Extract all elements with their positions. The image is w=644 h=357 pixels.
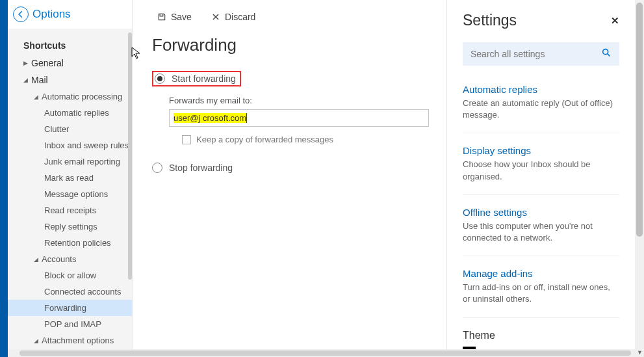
nav-auto-item[interactable]: Automatic replies [8, 105, 132, 121]
setting-addins: Manage add-ins Turn add-ins on or off, i… [463, 268, 619, 317]
setting-desc: Choose how your Inbox should be organise… [463, 159, 619, 182]
save-icon [157, 12, 166, 21]
nav-auto-item[interactable]: Reply settings [8, 218, 132, 235]
mouse-cursor-icon [131, 47, 142, 60]
settings-search-input[interactable] [463, 42, 619, 66]
setting-desc: Turn add-ins on or off, install new ones… [463, 282, 619, 305]
settings-title: Settings [463, 12, 517, 29]
setting-auto-replies: Automatic replies Create an automatic re… [463, 84, 619, 133]
setting-desc: Create an automatic reply (Out of office… [463, 98, 619, 121]
nav-shortcuts[interactable]: Shortcuts [8, 36, 132, 55]
nav-label: Automatic processing [42, 92, 122, 101]
setting-link[interactable]: Manage add-ins [463, 268, 619, 279]
setting-link[interactable]: Offline settings [463, 207, 619, 218]
nav-auto-item[interactable]: Message options [8, 186, 132, 202]
start-forwarding-radio[interactable] [155, 73, 165, 84]
nav-accounts-item[interactable]: Connected accounts [8, 284, 132, 300]
nav-attachment[interactable]: ◢Attachment options [8, 332, 132, 349]
page-title: Forwarding [152, 35, 446, 55]
nav-auto-item[interactable]: Clutter [8, 121, 132, 137]
setting-display: Display settings Choose how your Inbox s… [463, 145, 619, 194]
nav-mail[interactable]: ◢Mail [8, 72, 132, 88]
stop-forwarding-label: Stop forwarding [169, 163, 233, 173]
nav-accounts-item[interactable]: POP and IMAP [8, 316, 132, 332]
scrollbar-thumb[interactable] [19, 350, 631, 356]
caret-down-icon: ◢ [34, 94, 39, 100]
caret-right-icon: ▶ [23, 60, 29, 66]
nav-auto-item[interactable]: Junk email reporting [8, 153, 132, 170]
caret-down-icon: ◢ [34, 337, 39, 344]
settings-search [463, 42, 619, 66]
start-forwarding-label: Start forwarding [172, 73, 236, 84]
caret-down-icon: ◢ [23, 77, 29, 83]
keep-copy-row: Keep a copy of forwarded messages [169, 135, 446, 144]
settings-header: Settings ✕ [463, 12, 619, 29]
settings-panel: Settings ✕ Automatic replies Create an a… [446, 0, 635, 357]
forward-to-input[interactable]: user@j crosoft.com [169, 109, 429, 127]
nav-auto-processing[interactable]: ◢Automatic processing [8, 88, 132, 105]
search-icon[interactable] [601, 47, 612, 60]
stop-forwarding-radio[interactable] [152, 163, 162, 173]
nav-auto-item[interactable]: Inbox and sweep rules [8, 137, 132, 153]
options-sidebar: Options Shortcuts ▶General ◢Mail ◢Automa… [8, 0, 133, 357]
keep-copy-checkbox[interactable] [182, 135, 191, 144]
start-forwarding-row: Start forwarding [152, 71, 241, 86]
nav-auto-item[interactable]: Read receipts [8, 202, 132, 218]
nav-accounts-item[interactable]: Block or allow [8, 267, 132, 284]
theme-heading: Theme [463, 330, 619, 341]
nav-label: Attachment options [42, 336, 114, 345]
options-header: Options [8, 0, 132, 29]
scrollbar-thumb[interactable] [636, 3, 643, 237]
discard-button[interactable]: Discard [211, 12, 255, 22]
nav-auto-item[interactable]: Mark as read [8, 170, 132, 186]
forward-to-label: Forwards my email to: [169, 96, 446, 105]
bottom-scrollbar[interactable] [8, 349, 635, 357]
nav-scroll: Shortcuts ▶General ◢Mail ◢Automatic proc… [8, 29, 132, 357]
svg-point-0 [603, 49, 608, 55]
save-label: Save [171, 12, 192, 22]
forward-to-section: Forwards my email to: user@j crosoft.com… [152, 96, 446, 144]
nav-accounts-item-forwarding[interactable]: Forwarding [8, 300, 132, 316]
nav-label: Accounts [42, 254, 76, 264]
setting-link[interactable]: Automatic replies [463, 84, 619, 95]
forwarding-main: Save Discard Forwarding Start forwarding… [133, 0, 446, 357]
sidebar-scrollbar[interactable] [128, 33, 132, 280]
left-edge-strip [0, 0, 8, 357]
right-scrollbar[interactable]: ▼ [635, 0, 644, 357]
nav-label: Mail [31, 75, 48, 85]
discard-label: Discard [225, 12, 255, 22]
setting-link[interactable]: Display settings [463, 145, 619, 156]
setting-offline: Offline settings Use this computer when … [463, 207, 619, 256]
nav-accounts[interactable]: ◢Accounts [8, 251, 132, 267]
back-arrow-icon[interactable] [13, 7, 29, 22]
nav-auto-item[interactable]: Retention policies [8, 235, 132, 251]
setting-desc: Use this computer when you're not connec… [463, 220, 619, 244]
stop-forwarding-row: Stop forwarding [152, 163, 446, 173]
scroll-down-icon[interactable]: ▼ [637, 349, 643, 356]
keep-copy-label: Keep a copy of forwarded messages [196, 135, 333, 144]
forward-to-value: user@j crosoft.com [174, 113, 247, 123]
nav-label: General [31, 58, 64, 68]
nav-general[interactable]: ▶General [8, 55, 132, 72]
discard-icon [211, 12, 220, 21]
toolbar: Save Discard [152, 0, 446, 35]
options-title: Options [32, 8, 71, 21]
caret-down-icon: ◢ [34, 256, 39, 263]
close-icon[interactable]: ✕ [611, 15, 619, 27]
save-button[interactable]: Save [157, 12, 192, 22]
